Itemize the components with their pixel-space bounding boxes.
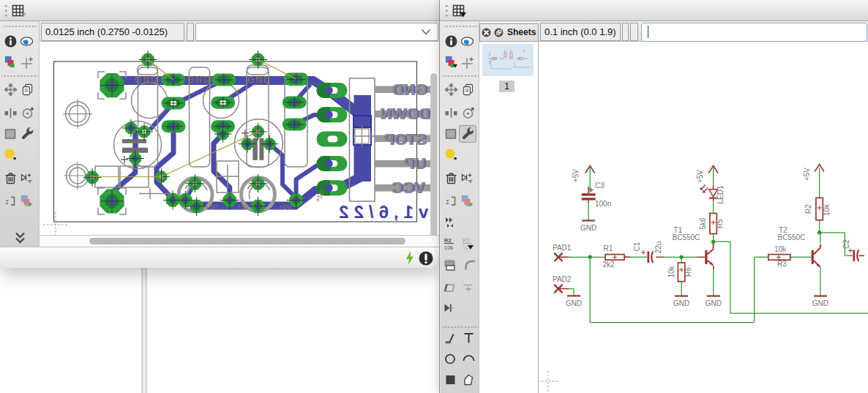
svg-text:v1,6/22: v1,6/22 (334, 202, 428, 222)
svg-text:R2: R2 (463, 237, 470, 244)
svg-text:UP: UP (403, 155, 425, 173)
svg-text:GND: GND (187, 75, 212, 85)
svg-text:GND: GND (706, 299, 722, 307)
svg-text:PAD1: PAD1 (553, 244, 572, 252)
svg-text:+5V: +5V (696, 170, 704, 183)
svg-text:10k: 10k (444, 244, 453, 250)
svg-text:+5V: +5V (279, 203, 292, 211)
svg-text:+5V: +5V (206, 203, 219, 211)
svg-text:BC550C: BC550C (778, 233, 806, 242)
svg-text:R1: R1 (604, 244, 613, 252)
svg-text:22u: 22u (654, 242, 662, 254)
svg-text:10k: 10k (667, 265, 676, 277)
svg-text:R6: R6 (684, 267, 692, 277)
svg-text:100n: 100n (595, 200, 611, 208)
svg-text:5k6: 5k6 (699, 217, 707, 230)
svg-text:STOP: STOP (384, 131, 426, 149)
svg-text:+5V: +5V (237, 203, 250, 211)
svg-text:GND: GND (566, 299, 582, 307)
svg-text:GND: GND (812, 299, 828, 307)
svg-text:R2: R2 (444, 237, 452, 244)
svg-text:VCC: VCC (391, 179, 424, 197)
svg-text:C3: C3 (595, 181, 605, 190)
svg-text:10k: 10k (774, 245, 787, 253)
svg-text:R5: R5 (716, 219, 724, 228)
svg-text:+5V: +5V (803, 168, 811, 181)
svg-text:DOWN: DOWN (380, 105, 430, 123)
svg-text:10k: 10k (823, 203, 831, 216)
svg-text:LED1: LED1 (717, 185, 725, 203)
svg-text:GND: GND (135, 75, 159, 85)
svg-text:+5V: +5V (572, 169, 580, 182)
svg-text:PAD2: PAD2 (553, 275, 572, 283)
svg-text:GND: GND (247, 75, 272, 85)
svg-text:GND: GND (673, 299, 689, 307)
svg-text:BC550C: BC550C (673, 233, 700, 242)
svg-text:R2: R2 (804, 204, 812, 214)
svg-text:GND: GND (392, 81, 427, 99)
svg-text:2k2: 2k2 (603, 261, 616, 269)
svg-text:C1: C1 (633, 242, 641, 251)
svg-text:C2: C2 (842, 239, 850, 249)
svg-text:R3: R3 (777, 260, 787, 268)
svg-text:GND: GND (580, 224, 596, 232)
